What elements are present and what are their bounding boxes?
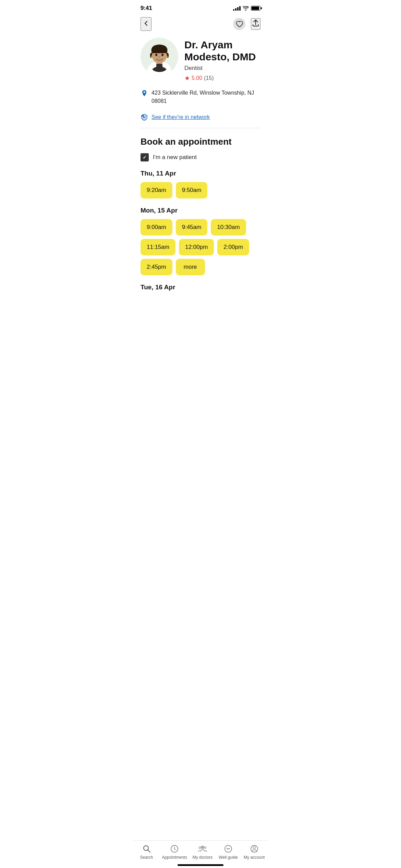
doctor-avatar bbox=[141, 38, 178, 75]
time-slot[interactable]: 9:00am bbox=[141, 219, 172, 236]
date-thu: Thu, 11 Apr bbox=[141, 170, 260, 177]
insurance-icon: + bbox=[141, 113, 148, 121]
more-slots-button[interactable]: more bbox=[176, 259, 205, 275]
favorite-button[interactable] bbox=[233, 18, 245, 30]
doctor-rating: ★ 5.00 (15) bbox=[184, 74, 260, 82]
battery-icon bbox=[251, 6, 260, 11]
time-slot[interactable]: 10:30am bbox=[211, 219, 246, 236]
nav-header bbox=[134, 14, 267, 35]
new-patient-label: I'm a new patient bbox=[153, 154, 197, 161]
time-slot[interactable]: 2:45pm bbox=[141, 259, 172, 275]
review-count: (15) bbox=[204, 75, 214, 81]
time-slots-thu: 9:20am 9:50am bbox=[141, 182, 260, 198]
svg-text:+: + bbox=[142, 115, 143, 117]
time-slot[interactable]: 11:15am bbox=[141, 239, 175, 255]
doctor-profile: Dr. Aryam Modesto, DMD Dentist ★ 5.00 (1… bbox=[134, 35, 267, 87]
time-slot[interactable]: 9:50am bbox=[176, 182, 208, 198]
wifi-icon bbox=[243, 6, 249, 11]
address-section: 423 Sicklerville Rd, Winslow Township, N… bbox=[134, 87, 267, 111]
header-actions bbox=[233, 18, 260, 30]
rating-star: ★ bbox=[184, 74, 190, 82]
location-icon bbox=[141, 89, 148, 97]
new-patient-row: I'm a new patient bbox=[141, 153, 260, 161]
address-text: 423 Sicklerville Rd, Winslow Township, N… bbox=[151, 89, 260, 105]
status-time: 9:41 bbox=[141, 5, 152, 12]
svg-point-7 bbox=[161, 54, 163, 56]
doctor-specialty: Dentist bbox=[184, 65, 260, 72]
time-slot[interactable]: 12:00pm bbox=[179, 239, 214, 255]
time-slot[interactable]: 9:45am bbox=[176, 219, 208, 236]
time-slot[interactable]: 9:20am bbox=[141, 182, 172, 198]
share-button[interactable] bbox=[251, 18, 260, 30]
network-link[interactable]: See if they're in network bbox=[151, 114, 210, 120]
status-icons bbox=[233, 6, 260, 11]
network-row: + See if they're in network bbox=[141, 113, 260, 121]
signal-icon bbox=[233, 6, 241, 11]
book-section: Book an appointment I'm a new patient Th… bbox=[134, 128, 267, 291]
date-group-mon: Mon, 15 Apr 9:00am 9:45am 10:30am 11:15a… bbox=[141, 207, 260, 275]
date-mon: Mon, 15 Apr bbox=[141, 207, 260, 214]
network-section: + See if they're in network bbox=[134, 111, 267, 128]
svg-point-8 bbox=[151, 56, 153, 58]
status-bar: 9:41 bbox=[134, 0, 267, 14]
doctor-name: Dr. Aryam Modesto, DMD bbox=[184, 39, 260, 63]
svg-point-6 bbox=[155, 54, 157, 56]
time-slots-mon: 9:00am 9:45am 10:30am 11:15am 12:00pm 2:… bbox=[141, 219, 260, 275]
svg-point-11 bbox=[144, 92, 145, 93]
time-slot[interactable]: 2:00pm bbox=[217, 239, 249, 255]
back-button[interactable] bbox=[141, 17, 151, 31]
address-row: 423 Sicklerville Rd, Winslow Township, N… bbox=[141, 89, 260, 105]
book-title: Book an appointment bbox=[141, 136, 260, 147]
new-patient-checkbox[interactable] bbox=[141, 153, 149, 161]
doctor-info: Dr. Aryam Modesto, DMD Dentist ★ 5.00 (1… bbox=[184, 38, 260, 82]
rating-value: 5.00 bbox=[192, 75, 202, 81]
svg-point-9 bbox=[166, 56, 168, 58]
date-tue: Tue, 16 Apr bbox=[141, 284, 260, 291]
date-group-thu: Thu, 11 Apr 9:20am 9:50am bbox=[141, 170, 260, 198]
date-group-tue: Tue, 16 Apr bbox=[141, 284, 260, 291]
